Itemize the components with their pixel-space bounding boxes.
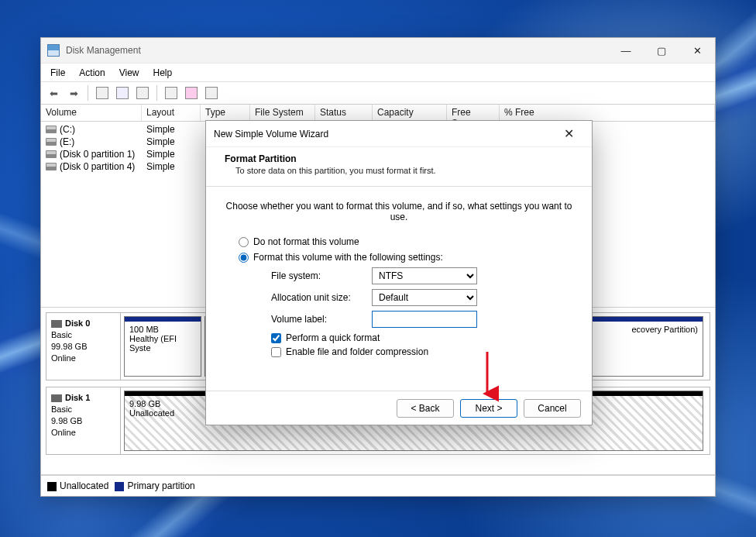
label-quick-format: Perform a quick format: [286, 332, 380, 343]
label-volume-label: Volume label:: [271, 314, 372, 325]
menu-view[interactable]: View: [113, 65, 146, 81]
label-file-system: File system:: [271, 270, 372, 281]
separator: [156, 85, 157, 101]
dialog-titlebar[interactable]: New Simple Volume Wizard ✕: [206, 121, 592, 147]
back-button[interactable]: ⬅: [46, 85, 61, 101]
back-button[interactable]: < Back: [397, 399, 454, 418]
legend-swatch-unallocated: [47, 482, 57, 491]
maximize-button[interactable]: ▢: [644, 38, 679, 63]
cancel-button[interactable]: Cancel: [524, 399, 581, 418]
dialog-intro-text: Choose whether you want to format this v…: [225, 201, 573, 222]
dialog-close-button[interactable]: ✕: [553, 126, 584, 141]
col-pct[interactable]: % Free: [500, 105, 715, 121]
dialog-body: Choose whether you want to format this v…: [206, 187, 592, 391]
column-headers: Volume Layout Type File System Status Ca…: [41, 105, 715, 122]
close-button[interactable]: ✕: [679, 38, 715, 63]
col-volume[interactable]: Volume: [41, 105, 142, 121]
toolbar: ⬅ ➡: [41, 81, 715, 105]
app-icon: [47, 44, 60, 57]
refresh-icon[interactable]: [115, 85, 130, 101]
minimize-button[interactable]: —: [608, 38, 644, 63]
legend-swatch-primary: [115, 482, 124, 491]
radio-do-not-format[interactable]: [239, 237, 249, 247]
label-do-not-format: Do not format this volume: [253, 236, 359, 247]
input-volume-label[interactable]: [372, 311, 477, 328]
checkbox-compression[interactable]: [271, 347, 281, 357]
label-format-with-settings: Format this volume with the following se…: [253, 252, 443, 263]
col-capacity[interactable]: Capacity: [373, 105, 447, 121]
checkbox-quick-format[interactable]: [271, 333, 281, 343]
col-type[interactable]: Type: [201, 105, 250, 121]
dialog-subheading: To store data on this partition, you mus…: [235, 166, 573, 175]
volume-icon: [46, 126, 57, 133]
col-status[interactable]: Status: [315, 105, 373, 121]
col-layout[interactable]: Layout: [142, 105, 201, 121]
new-simple-volume-wizard-dialog: New Simple Volume Wizard ✕ Format Partit…: [205, 120, 593, 425]
next-button[interactable]: Next >: [460, 399, 517, 418]
volume-icon: [46, 150, 57, 158]
dialog-header: Format Partition To store data on this p…: [206, 147, 592, 187]
dialog-button-row: < Back Next > Cancel: [206, 391, 592, 425]
dialog-title: New Simple Volume Wizard: [214, 129, 328, 139]
menubar: File Action View Help: [41, 63, 715, 81]
label-allocation-size: Allocation unit size:: [271, 292, 372, 303]
toolbar-icon-5[interactable]: [184, 85, 199, 101]
disk-0-info: Disk 0 Basic 99.98 GB Online: [46, 313, 121, 380]
toolbar-icon-6[interactable]: [204, 85, 219, 101]
dialog-heading: Format Partition: [225, 153, 573, 164]
volume-icon: [46, 138, 57, 146]
separator: [88, 85, 88, 101]
menu-file[interactable]: File: [44, 65, 71, 81]
toolbar-icon-1[interactable]: [94, 85, 110, 101]
toolbar-icon-3[interactable]: [135, 85, 150, 101]
col-free[interactable]: Free Spa...: [447, 105, 500, 121]
menu-help[interactable]: Help: [147, 65, 179, 81]
partition[interactable]: 100 MB Healthy (EFI Syste: [124, 316, 201, 377]
window-title: Disk Management: [66, 45, 141, 56]
select-allocation-size[interactable]: Default: [372, 289, 477, 306]
disk-icon: [51, 394, 62, 402]
disk-1-info: Disk 1 Basic 9.98 GB Online: [46, 387, 121, 454]
toolbar-icon-4[interactable]: [163, 85, 179, 101]
radio-format-with-settings[interactable]: [239, 253, 249, 263]
forward-button[interactable]: ➡: [66, 85, 81, 101]
disk-icon: [51, 320, 62, 328]
label-compression: Enable file and folder compression: [286, 346, 428, 357]
titlebar[interactable]: Disk Management — ▢ ✕: [41, 38, 715, 63]
window-controls: — ▢ ✕: [608, 38, 715, 63]
col-fs[interactable]: File System: [250, 105, 315, 121]
menu-action[interactable]: Action: [73, 65, 111, 81]
select-file-system[interactable]: NTFS: [372, 267, 477, 284]
legend: Unallocated Primary partition: [41, 474, 715, 496]
volume-icon: [46, 163, 57, 170]
